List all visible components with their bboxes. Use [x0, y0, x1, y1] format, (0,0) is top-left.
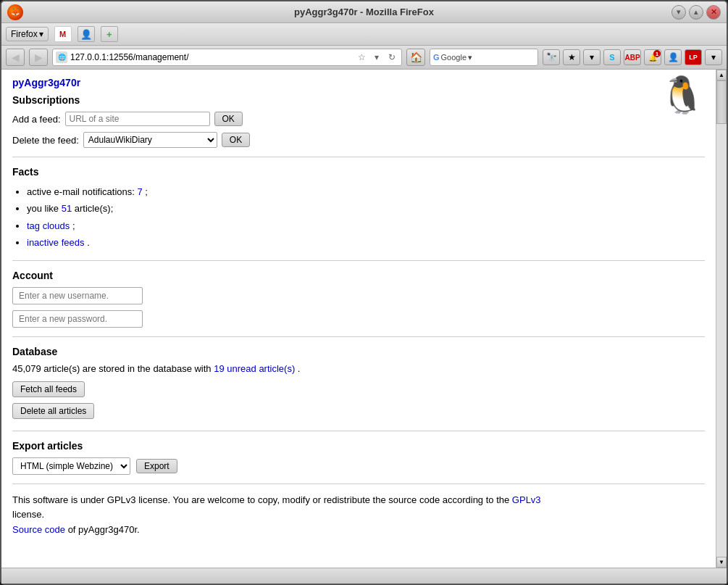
- title-bar-buttons: ▾ ▴ ✕: [671, 5, 721, 20]
- facts-title: Facts: [12, 166, 705, 178]
- scrollbar-thumb[interactable]: [716, 80, 727, 124]
- scrollbar-track: [716, 80, 727, 557]
- add-feed-label: Add a feed:: [12, 114, 61, 125]
- gplv3-link[interactable]: GPLv3: [512, 494, 541, 505]
- facts-list: active e-mail notifications: 7 ; you lik…: [12, 183, 705, 252]
- user-profile-button[interactable]: 👤: [664, 49, 682, 65]
- account-section: Account: [12, 270, 705, 328]
- tux-container: 🐧 pyAggr3g470r: [12, 77, 705, 88]
- bookmark-dropdown-icon[interactable]: ▾: [370, 51, 383, 64]
- fact-text-2: you like: [27, 203, 62, 214]
- maximize-button[interactable]: ▴: [689, 5, 703, 20]
- status-bar: [1, 568, 727, 584]
- export-button[interactable]: Export: [136, 459, 177, 473]
- delete-all-articles-button[interactable]: Delete all articles: [12, 403, 94, 419]
- forward-button[interactable]: ▶: [29, 49, 48, 66]
- title-bar: 🦊 pyAggr3g470r - Mozilla FireFox ▾ ▴ ✕: [1, 1, 727, 23]
- window-title: pyAggr3g470r - Mozilla FireFox: [294, 7, 434, 17]
- refresh-icon[interactable]: ↻: [385, 51, 398, 64]
- divider-2: [12, 260, 705, 261]
- site-icon: 🌐: [56, 51, 67, 63]
- divider-4: [12, 431, 705, 431]
- source-code-link[interactable]: Source code: [12, 524, 65, 535]
- fact-link-4[interactable]: inactive feeds: [27, 237, 85, 248]
- tux-mascot: 🐧: [660, 77, 705, 113]
- add-feed-input[interactable]: [65, 112, 210, 126]
- nav-bar: ◀ ▶ 🌐 127.0.0.1:12556/management/ ☆ ▾ ↻ …: [1, 46, 727, 70]
- export-section: Export articles HTML (simple Webzine) Ex…: [12, 440, 705, 475]
- database-section: Database 45,079 article(s) are stored in…: [12, 346, 705, 422]
- export-format-select[interactable]: HTML (simple Webzine): [12, 457, 130, 475]
- url-text: 127.0.0.1:12556/management/: [70, 52, 355, 62]
- scroll-down-button[interactable]: ▼: [716, 557, 727, 568]
- password-input[interactable]: [12, 310, 143, 328]
- database-buttons: Fetch all feeds Delete all articles: [12, 381, 705, 422]
- page-content: 🐧 pyAggr3g470r Subscriptions Add a feed:…: [1, 70, 716, 568]
- browser-window: 🦊 pyAggr3g470r - Mozilla FireFox ▾ ▴ ✕ F…: [0, 0, 728, 585]
- fact-item-3: tag clouds ;: [27, 217, 705, 234]
- footer-text-2: license.: [12, 509, 44, 520]
- home-button[interactable]: 🏠: [406, 49, 425, 66]
- fact-link-2[interactable]: 51: [62, 203, 72, 214]
- close-button[interactable]: ✕: [706, 5, 721, 20]
- gmail-button[interactable]: M: [54, 26, 72, 42]
- skype-button[interactable]: S: [603, 49, 621, 65]
- bookmark-dropdown-button[interactable]: ▾: [583, 49, 601, 65]
- db-text-after: .: [298, 363, 301, 374]
- delete-feed-select[interactable]: AdulauWikiDiary: [83, 132, 217, 148]
- delete-feed-ok-button[interactable]: OK: [222, 133, 250, 147]
- account-title: Account: [12, 270, 705, 281]
- export-row: HTML (simple Webzine) Export: [12, 457, 705, 475]
- content-area: 🐧 pyAggr3g470r Subscriptions Add a feed:…: [1, 70, 727, 568]
- unread-articles-link[interactable]: 19 unread article(s): [214, 363, 295, 374]
- app-title-link[interactable]: pyAggr3g470r: [12, 77, 705, 88]
- scrollbar: ▲ ▼: [716, 70, 727, 568]
- firefox-logo: 🦊: [7, 4, 23, 20]
- facts-section: Facts active e-mail notifications: 7 ; y…: [12, 166, 705, 252]
- fact-item-2: you like 51 article(s);: [27, 200, 705, 217]
- minimize-button[interactable]: ▾: [671, 5, 686, 20]
- back-button[interactable]: ◀: [6, 49, 25, 66]
- address-bar[interactable]: 🌐 127.0.0.1:12556/management/ ☆ ▾ ↻: [52, 49, 402, 66]
- last-pass-button[interactable]: LP: [685, 49, 702, 65]
- add-feed-row: Add a feed: OK: [12, 112, 660, 126]
- scroll-up-button[interactable]: ▲: [716, 70, 727, 80]
- search-engine-label: G Google ▾: [433, 53, 472, 62]
- search-bar[interactable]: G Google ▾: [430, 49, 538, 66]
- binoculars-button[interactable]: 🔭: [543, 49, 560, 65]
- firefox-menu-button[interactable]: Firefox ▾: [6, 27, 49, 41]
- username-input[interactable]: [12, 287, 143, 304]
- user-icon-button[interactable]: 👤: [78, 26, 95, 42]
- fact-item-4: inactive feeds .: [27, 234, 705, 251]
- database-info: 45,079 article(s) are stored in the data…: [12, 363, 705, 374]
- bookmark-star-icon[interactable]: ☆: [355, 51, 368, 64]
- database-title: Database: [12, 346, 705, 357]
- fact-link-1[interactable]: 7: [137, 186, 142, 197]
- notification-button[interactable]: 🔔 1: [644, 49, 661, 65]
- fetch-all-feeds-button[interactable]: Fetch all feeds: [12, 381, 85, 397]
- more-button[interactable]: ▾: [705, 49, 722, 65]
- toolbar2-icons: 🔭 ★ ▾ S ABP 🔔 1 👤 LP ▾: [543, 49, 722, 65]
- footer-text-1: This software is under GPLv3 license. Yo…: [12, 494, 512, 505]
- delete-feed-label: Delete the feed:: [12, 135, 79, 146]
- db-text-before: 45,079 article(s) are stored in the data…: [12, 363, 214, 374]
- divider-5: [12, 484, 705, 484]
- footer-section: This software is under GPLv3 license. Yo…: [12, 493, 705, 538]
- subscriptions-section: Subscriptions Add a feed: OK Delete the …: [12, 94, 705, 148]
- fact-link-3[interactable]: tag clouds: [27, 220, 70, 231]
- adblock-button[interactable]: ABP: [624, 49, 641, 65]
- divider-3: [12, 336, 705, 337]
- delete-feed-row: Delete the feed: AdulauWikiDiary OK: [12, 132, 705, 148]
- subscriptions-title: Subscriptions: [12, 94, 705, 106]
- divider-1: [12, 157, 705, 157]
- bookmark-manager-button[interactable]: ★: [563, 49, 580, 65]
- source-suffix: of pyAggr3g470r.: [68, 524, 140, 535]
- add-feed-ok-button[interactable]: OK: [214, 112, 243, 126]
- address-icons: ☆ ▾ ↻: [355, 51, 398, 64]
- fact-item-1: active e-mail notifications: 7 ;: [27, 183, 705, 200]
- add-bookmark-button[interactable]: +: [101, 26, 118, 42]
- fact-text-1: active e-mail notifications:: [27, 186, 137, 197]
- export-title: Export articles: [12, 440, 705, 452]
- toolbar: Firefox ▾ M 👤 +: [1, 23, 727, 46]
